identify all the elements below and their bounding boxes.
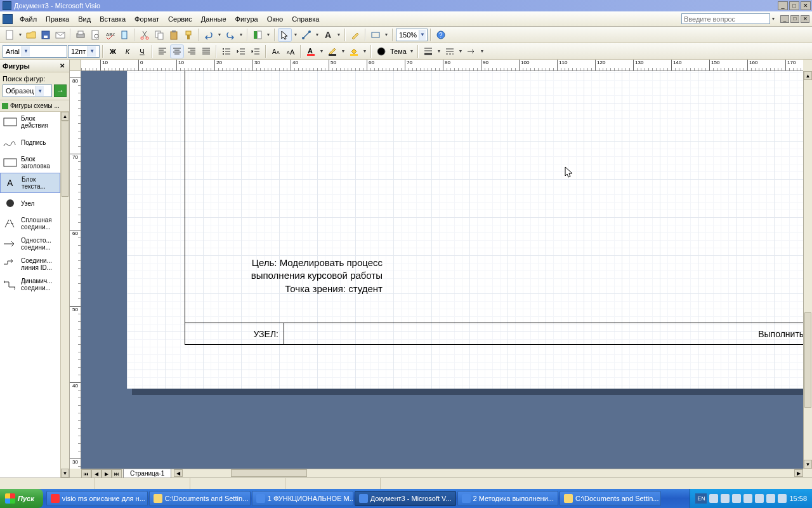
connector-dropdown-icon[interactable]: ▼ [314,29,320,41]
undo-button[interactable] [202,28,216,42]
fill-color-dropdown-icon[interactable]: ▼ [362,46,368,57]
increase-font-button[interactable]: AA [284,44,298,58]
tray-icon[interactable] [778,494,787,503]
chevron-down-icon[interactable]: ▼ [88,46,96,57]
ask-dropdown-icon[interactable]: ▼ [770,13,776,25]
shape-stencil-item[interactable]: Динамич... соедини... [0,274,60,295]
taskbar-task[interactable]: 2 Методика выполнени... [457,491,558,506]
shapes-search-go-button[interactable]: → [54,84,67,97]
print-button[interactable] [74,28,88,42]
shape-stencil-item[interactable]: Сплошная соедини... [0,213,60,234]
theme-dropdown-icon[interactable]: ▼ [409,46,415,57]
research-button[interactable] [117,28,131,42]
canvas-viewport[interactable]: Цель: Моделировать процесс выполнения ку… [81,71,803,469]
scroll-left-icon[interactable]: ◀ [174,469,183,477]
align-left-button[interactable] [155,44,169,58]
shapes-pane-close-button[interactable]: ✕ [58,62,67,70]
idef0-node-cell[interactable]: УЗЕЛ: [185,323,284,345]
vertical-ruler[interactable]: 807060504030 [70,71,81,469]
redo-dropdown-icon[interactable]: ▼ [238,29,244,41]
ruler-corner[interactable] [70,60,81,71]
doc-restore-button[interactable]: □ [790,15,799,23]
menu-shape[interactable]: Фигура [231,13,263,25]
align-justify-button[interactable] [199,44,213,58]
save-button[interactable] [39,28,53,42]
shape-stencil-item[interactable]: Блок заголовка [0,152,60,173]
tray-icon[interactable] [732,494,741,503]
language-indicator[interactable]: EN [695,493,707,504]
chevron-down-icon[interactable]: ▼ [36,86,44,96]
menu-help[interactable]: Справка [287,13,324,25]
underline-button[interactable]: Ч [135,44,149,58]
shape-stencil-item[interactable]: Узел [0,193,60,213]
pointer-tool-button[interactable] [278,28,292,42]
prev-page-button[interactable]: ◀ [91,469,102,478]
line-weight-dropdown-icon[interactable]: ▼ [436,46,442,57]
shape-stencil-item[interactable]: Соедини... линия ID... [0,254,60,274]
align-right-button[interactable] [185,44,199,58]
scroll-down-icon[interactable]: ▼ [804,460,812,469]
redo-button[interactable] [223,28,237,42]
line-ends-dropdown-icon[interactable]: ▼ [479,46,485,57]
ink-tool-button[interactable] [348,28,362,42]
canvas-horizontal-scrollbar[interactable]: ◀ ▶ [174,469,803,478]
spellcheck-button[interactable]: ABC [103,28,117,42]
menu-data[interactable]: Данные [197,13,231,25]
format-painter-button[interactable] [181,28,195,42]
theme-label[interactable]: Тема [389,48,408,55]
menu-window[interactable]: Окно [263,13,288,25]
last-page-button[interactable]: ⏭ [112,469,122,478]
tray-icon[interactable] [766,494,775,503]
line-weight-button[interactable] [421,44,435,58]
scroll-thumb[interactable] [804,312,811,408]
cut-button[interactable] [138,28,152,42]
zoom-combo[interactable]: 150%▼ [396,29,428,41]
line-ends-button[interactable] [464,44,478,58]
shape-stencil-item[interactable]: Односто... соедини... [0,234,60,254]
help-button[interactable]: ? [434,28,448,42]
first-page-button[interactable]: ⏮ [81,469,91,478]
new-button[interactable] [3,28,16,42]
align-center-button[interactable] [170,44,184,58]
close-button[interactable]: ✕ [801,1,811,10]
font-color-dropdown-icon[interactable]: ▼ [318,46,325,57]
undo-dropdown-icon[interactable]: ▼ [216,29,223,41]
paste-button[interactable] [167,28,181,42]
shapes-scrollbar[interactable]: ▲ ▼ [60,112,69,478]
idef0-text-block[interactable]: Цель: Моделировать процесс выполнения ку… [228,257,383,295]
menu-view[interactable]: Вид [74,13,95,25]
stencil-tab[interactable]: Фигуры схемы ... [0,100,69,112]
font-color-button[interactable]: A [304,44,318,58]
mail-button[interactable] [53,28,67,42]
tray-icon[interactable] [709,494,718,503]
scroll-right-icon[interactable]: ▶ [794,469,803,477]
menu-format[interactable]: Формат [130,13,164,25]
shape-stencil-item[interactable]: Блок действия [0,112,60,132]
decrease-font-button[interactable]: AA [269,44,283,58]
idef0-title-cell[interactable]: Выполнить курсовую работу [284,323,803,345]
print-preview-button[interactable] [88,28,102,42]
chevron-down-icon[interactable]: ▼ [419,30,426,40]
scroll-up-icon[interactable]: ▲ [804,71,812,80]
shape-stencil-item[interactable]: AБлок текста... [0,173,60,193]
start-button[interactable]: Пуск [0,489,43,508]
ask-question-input[interactable] [681,13,770,24]
line-pattern-dropdown-icon[interactable]: ▼ [457,46,464,57]
page-tab[interactable]: Страница-1 [123,469,171,478]
font-name-combo[interactable]: Arial▼ [3,45,67,58]
shape-stencil-item[interactable]: Подпись [0,132,60,152]
scroll-thumb[interactable] [231,469,307,477]
doc-minimize-button[interactable]: _ [780,15,789,23]
open-button[interactable] [24,28,38,42]
taskbar-task[interactable]: visio ms описание для н... [46,491,148,506]
new-dropdown-icon[interactable]: ▼ [17,29,23,41]
connector-tool-button[interactable] [299,28,313,42]
fill-color-button[interactable] [347,44,361,58]
scroll-up-icon[interactable]: ▲ [61,112,69,121]
menu-file[interactable]: Файл [15,13,41,25]
bullets-button[interactable] [219,44,233,58]
tray-icon[interactable] [743,494,752,503]
text-dropdown-icon[interactable]: ▼ [336,29,342,41]
decrease-indent-button[interactable] [234,44,248,58]
restore-button[interactable]: □ [789,1,799,10]
